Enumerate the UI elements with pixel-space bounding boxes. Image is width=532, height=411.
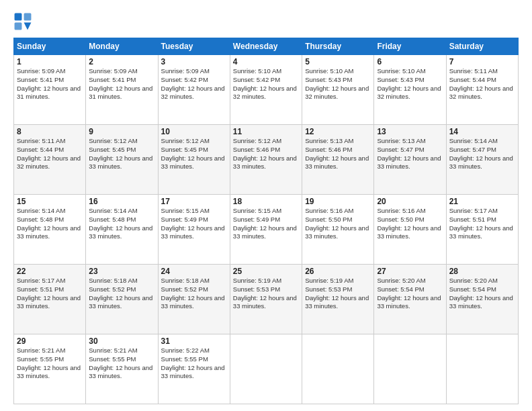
day-info: Sunrise: 5:12 AMSunset: 5:45 PMDaylight:… [161,137,227,171]
day-info: Sunrise: 5:14 AMSunset: 5:48 PMDaylight:… [89,207,154,241]
calendar-cell [374,334,446,404]
calendar-cell: 1Sunrise: 5:09 AMSunset: 5:41 PMDaylight… [14,55,86,125]
calendar-cell: 9Sunrise: 5:12 AMSunset: 5:45 PMDaylight… [86,125,158,195]
day-info: Sunrise: 5:09 AMSunset: 5:41 PMDaylight:… [17,67,83,101]
day-number: 4 [233,57,299,66]
calendar-cell: 23Sunrise: 5:18 AMSunset: 5:52 PMDayligh… [86,265,158,334]
calendar-cell: 10Sunrise: 5:12 AMSunset: 5:45 PMDayligh… [158,125,230,195]
col-header-thursday: Thursday [302,38,374,55]
day-number: 21 [449,197,515,206]
header [13,12,519,31]
day-info: Sunrise: 5:11 AMSunset: 5:44 PMDaylight:… [449,67,515,101]
day-number: 5 [305,57,371,66]
day-number: 20 [377,197,443,206]
calendar-cell: 27Sunrise: 5:20 AMSunset: 5:54 PMDayligh… [374,265,446,334]
svg-marker-3 [24,23,32,30]
calendar-cell: 31Sunrise: 5:22 AMSunset: 5:55 PMDayligh… [158,334,230,404]
calendar-cell: 12Sunrise: 5:13 AMSunset: 5:46 PMDayligh… [302,125,374,195]
col-header-monday: Monday [86,38,158,55]
logo [13,12,34,31]
day-info: Sunrise: 5:21 AMSunset: 5:55 PMDaylight:… [17,347,83,381]
day-info: Sunrise: 5:16 AMSunset: 5:50 PMDaylight:… [377,207,443,241]
day-info: Sunrise: 5:17 AMSunset: 5:51 PMDaylight:… [449,207,515,241]
calendar-cell [230,334,302,404]
day-number: 28 [449,267,515,276]
day-info: Sunrise: 5:10 AMSunset: 5:43 PMDaylight:… [377,67,443,101]
calendar-cell: 14Sunrise: 5:14 AMSunset: 5:47 PMDayligh… [446,125,518,195]
calendar-table: SundayMondayTuesdayWednesdayThursdayFrid… [13,38,519,404]
day-info: Sunrise: 5:17 AMSunset: 5:51 PMDaylight:… [17,277,83,311]
day-number: 26 [305,267,371,276]
day-info: Sunrise: 5:09 AMSunset: 5:42 PMDaylight:… [161,67,227,101]
calendar-cell: 7Sunrise: 5:11 AMSunset: 5:44 PMDaylight… [446,55,518,125]
calendar-cell: 24Sunrise: 5:18 AMSunset: 5:52 PMDayligh… [158,265,230,334]
day-number: 8 [17,127,83,136]
calendar-cell: 17Sunrise: 5:15 AMSunset: 5:49 PMDayligh… [158,195,230,265]
calendar-cell: 30Sunrise: 5:21 AMSunset: 5:55 PMDayligh… [86,334,158,404]
calendar-cell: 3Sunrise: 5:09 AMSunset: 5:42 PMDaylight… [158,55,230,125]
day-info: Sunrise: 5:10 AMSunset: 5:42 PMDaylight:… [233,67,299,101]
day-info: Sunrise: 5:22 AMSunset: 5:55 PMDaylight:… [161,347,227,381]
day-info: Sunrise: 5:11 AMSunset: 5:44 PMDaylight:… [17,137,83,171]
col-header-saturday: Saturday [446,38,518,55]
calendar-cell: 18Sunrise: 5:15 AMSunset: 5:49 PMDayligh… [230,195,302,265]
day-info: Sunrise: 5:19 AMSunset: 5:53 PMDaylight:… [233,277,299,311]
day-number: 14 [449,127,515,136]
day-number: 22 [17,267,83,276]
day-number: 6 [377,57,443,66]
day-info: Sunrise: 5:16 AMSunset: 5:50 PMDaylight:… [305,207,371,241]
page: SundayMondayTuesdayWednesdayThursdayFrid… [0,0,532,411]
day-info: Sunrise: 5:18 AMSunset: 5:52 PMDaylight:… [89,277,154,311]
col-header-wednesday: Wednesday [230,38,302,55]
day-info: Sunrise: 5:12 AMSunset: 5:45 PMDaylight:… [89,137,154,171]
day-number: 29 [17,336,83,346]
col-header-sunday: Sunday [14,38,86,55]
day-info: Sunrise: 5:14 AMSunset: 5:48 PMDaylight:… [17,207,83,241]
calendar-cell [446,334,518,404]
day-info: Sunrise: 5:21 AMSunset: 5:55 PMDaylight:… [89,347,154,381]
calendar-cell: 29Sunrise: 5:21 AMSunset: 5:55 PMDayligh… [14,334,86,404]
day-number: 27 [377,267,443,276]
day-info: Sunrise: 5:14 AMSunset: 5:47 PMDaylight:… [449,137,515,171]
day-number: 10 [161,127,227,136]
calendar-cell: 13Sunrise: 5:13 AMSunset: 5:47 PMDayligh… [374,125,446,195]
calendar-cell: 5Sunrise: 5:10 AMSunset: 5:43 PMDaylight… [302,55,374,125]
calendar-cell: 22Sunrise: 5:17 AMSunset: 5:51 PMDayligh… [14,265,86,334]
day-number: 11 [233,127,299,136]
day-number: 12 [305,127,371,136]
calendar-cell [302,334,374,404]
calendar-cell: 21Sunrise: 5:17 AMSunset: 5:51 PMDayligh… [446,195,518,265]
calendar-cell: 26Sunrise: 5:19 AMSunset: 5:53 PMDayligh… [302,265,374,334]
col-header-tuesday: Tuesday [158,38,230,55]
day-number: 9 [89,127,154,136]
day-number: 30 [89,336,154,346]
day-info: Sunrise: 5:13 AMSunset: 5:47 PMDaylight:… [377,137,443,171]
day-number: 25 [233,267,299,276]
day-number: 19 [305,197,371,206]
day-info: Sunrise: 5:13 AMSunset: 5:46 PMDaylight:… [305,137,371,171]
calendar-cell: 16Sunrise: 5:14 AMSunset: 5:48 PMDayligh… [86,195,158,265]
logo-icon [13,12,32,31]
day-info: Sunrise: 5:10 AMSunset: 5:43 PMDaylight:… [305,67,371,101]
day-info: Sunrise: 5:20 AMSunset: 5:54 PMDaylight:… [449,277,515,311]
day-number: 31 [161,336,227,346]
calendar-cell: 15Sunrise: 5:14 AMSunset: 5:48 PMDayligh… [14,195,86,265]
day-number: 2 [89,57,154,66]
day-number: 7 [449,57,515,66]
calendar-cell: 19Sunrise: 5:16 AMSunset: 5:50 PMDayligh… [302,195,374,265]
col-header-friday: Friday [374,38,446,55]
svg-rect-2 [15,23,22,30]
day-number: 1 [17,57,83,66]
day-number: 3 [161,57,227,66]
day-number: 24 [161,267,227,276]
calendar-cell: 11Sunrise: 5:12 AMSunset: 5:46 PMDayligh… [230,125,302,195]
day-number: 16 [89,197,154,206]
day-info: Sunrise: 5:15 AMSunset: 5:49 PMDaylight:… [161,207,227,241]
day-number: 17 [161,197,227,206]
svg-rect-0 [15,13,22,21]
calendar-cell: 28Sunrise: 5:20 AMSunset: 5:54 PMDayligh… [446,265,518,334]
calendar-cell: 6Sunrise: 5:10 AMSunset: 5:43 PMDaylight… [374,55,446,125]
day-info: Sunrise: 5:20 AMSunset: 5:54 PMDaylight:… [377,277,443,311]
day-number: 18 [233,197,299,206]
day-info: Sunrise: 5:12 AMSunset: 5:46 PMDaylight:… [233,137,299,171]
